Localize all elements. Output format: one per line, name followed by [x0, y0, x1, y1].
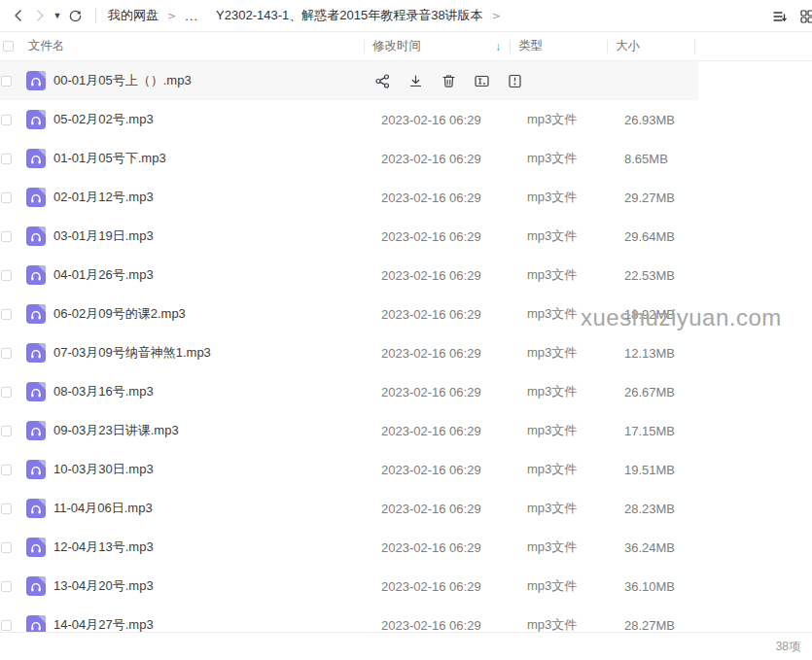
file-size: 22.53MB — [617, 268, 704, 283]
file-type: mp3文件 — [519, 111, 617, 128]
file-name[interactable]: 04-01月26号.mp3 — [53, 266, 373, 284]
file-row[interactable]: 06-02月09号的课2.mp3 2023-02-16 06:29 mp3文件 … — [0, 295, 812, 333]
table-header: 文件名 修改时间 ↓ 类型 大小 — [0, 32, 812, 61]
mp3-file-icon — [26, 265, 46, 285]
file-row[interactable]: 07-03月09号纳音神煞1.mp3 2023-02-16 06:29 mp3文… — [0, 333, 812, 372]
mp3-file-icon — [26, 149, 46, 168]
file-row[interactable]: 04-01月26号.mp3 2023-02-16 06:29 mp3文件 22.… — [0, 256, 812, 295]
mp3-file-icon — [26, 538, 46, 557]
column-header-size[interactable]: 大小 — [608, 32, 695, 60]
more-icon[interactable] — [507, 73, 523, 89]
file-size: 19.51MB — [617, 463, 704, 477]
grid-view-button[interactable] — [797, 7, 812, 26]
file-size: 17.15MB — [617, 424, 704, 438]
file-type: mp3文件 — [519, 227, 617, 245]
file-row[interactable]: 09-03月23日讲课.mp3 2023-02-16 06:29 mp3文件 1… — [0, 411, 812, 450]
file-row[interactable]: 12-04月13号.mp3 2023-02-16 06:29 mp3文件 36.… — [0, 528, 812, 567]
file-row[interactable]: 00-01月05号上（）.mp3 — [0, 61, 812, 100]
file-row[interactable]: 10-03月30日.mp3 2023-02-16 06:29 mp3文件 19.… — [0, 450, 812, 489]
file-modified: 2023-02-16 06:29 — [373, 385, 519, 399]
row-checkbox[interactable] — [1, 387, 12, 398]
file-type: mp3文件 — [519, 266, 617, 284]
breadcrumb-separator: > — [167, 10, 176, 22]
mp3-file-icon — [26, 576, 46, 596]
file-row[interactable]: 02-01月12号.mp3 2023-02-16 06:29 mp3文件 29.… — [0, 178, 812, 217]
row-checkbox[interactable] — [1, 154, 12, 164]
back-button[interactable] — [8, 5, 29, 26]
row-checkbox[interactable] — [1, 348, 12, 359]
sort-order-button[interactable] — [770, 7, 790, 26]
row-checkbox[interactable] — [1, 620, 12, 631]
column-header-name[interactable]: 文件名 — [0, 32, 365, 60]
file-size: 18.92MB — [617, 307, 704, 322]
file-name[interactable]: 03-01月19日.mp3 — [53, 227, 373, 245]
file-modified: 2023-02-16 06:29 — [373, 579, 519, 594]
file-size: 28.27MB — [617, 618, 704, 633]
file-name[interactable]: 06-02月09号的课2.mp3 — [53, 305, 373, 323]
row-checkbox[interactable] — [1, 581, 12, 592]
sort-descending-icon[interactable]: ↓ — [495, 40, 501, 53]
mp3-file-icon — [26, 226, 46, 246]
file-list: 00-01月05号上（）.mp3 — [0, 61, 812, 632]
file-modified: 2023-02-16 06:29 — [373, 502, 519, 516]
file-name[interactable]: 07-03月09号纳音神煞1.mp3 — [53, 344, 373, 362]
file-name[interactable]: 10-03月30日.mp3 — [53, 461, 373, 478]
file-name[interactable]: 14-04月27号.mp3 — [53, 616, 373, 632]
refresh-button[interactable] — [64, 5, 86, 26]
file-name[interactable]: 11-04月06日.mp3 — [53, 500, 373, 517]
file-name[interactable]: 08-03月16号.mp3 — [53, 383, 373, 400]
file-row[interactable]: 01-01月05号下.mp3 2023-02-16 06:29 mp3文件 8.… — [0, 139, 812, 178]
row-checkbox[interactable] — [1, 192, 12, 203]
row-checkbox[interactable] — [1, 426, 12, 436]
file-name[interactable]: 02-01月12号.mp3 — [53, 189, 373, 206]
file-row[interactable]: 05-02月02号.mp3 2023-02-16 06:29 mp3文件 26.… — [0, 100, 812, 139]
file-name[interactable]: 13-04月20号.mp3 — [53, 577, 373, 595]
grid-view-icon — [799, 9, 812, 24]
file-name[interactable]: 05-02月02号.mp3 — [53, 111, 373, 128]
breadcrumb-current-folder[interactable]: Y2302-143-1、解惑者2015年教程录音38讲版本 — [216, 7, 483, 24]
row-checkbox[interactable] — [1, 115, 12, 125]
sort-list-icon — [772, 9, 788, 24]
delete-icon[interactable] — [441, 73, 457, 89]
file-row[interactable]: 13-04月20号.mp3 2023-02-16 06:29 mp3文件 36.… — [0, 567, 812, 606]
file-type: mp3文件 — [519, 422, 617, 439]
row-checkbox[interactable] — [1, 465, 12, 475]
file-row[interactable]: 14-04月27号.mp3 2023-02-16 06:29 mp3文件 28.… — [0, 606, 812, 632]
file-row[interactable]: 03-01月19日.mp3 2023-02-16 06:29 mp3文件 29.… — [0, 217, 812, 256]
file-name[interactable]: 12-04月13号.mp3 — [53, 538, 373, 556]
row-checkbox[interactable] — [1, 309, 12, 320]
file-name[interactable]: 00-01月05号上（）.mp3 — [53, 72, 373, 89]
file-name[interactable]: 09-03月23日讲课.mp3 — [53, 422, 373, 439]
row-checkbox[interactable] — [1, 542, 12, 553]
mp3-file-icon — [26, 188, 46, 207]
forward-button[interactable] — [29, 5, 51, 26]
share-icon[interactable] — [374, 73, 391, 89]
file-modified: 2023-02-16 06:29 — [373, 540, 519, 555]
file-modified: 2023-02-16 06:29 — [373, 424, 519, 438]
column-header-modified[interactable]: 修改时间 ↓ — [365, 32, 511, 60]
download-icon[interactable] — [407, 73, 424, 89]
breadcrumb-separator: > — [492, 10, 501, 22]
rename-icon[interactable] — [474, 73, 490, 89]
file-name[interactable]: 01-01月05号下.mp3 — [53, 150, 373, 167]
row-checkbox[interactable] — [1, 504, 12, 514]
select-all-checkbox[interactable] — [3, 41, 14, 52]
file-row[interactable]: 08-03月16号.mp3 2023-02-16 06:29 mp3文件 26.… — [0, 372, 812, 411]
column-header-type[interactable]: 类型 — [511, 32, 608, 60]
column-label-name: 文件名 — [28, 38, 65, 54]
file-size: 29.64MB — [617, 229, 704, 244]
mp3-file-icon — [26, 71, 46, 90]
history-dropdown-button[interactable]: ▼ — [51, 5, 64, 26]
file-size: 28.23MB — [617, 502, 704, 516]
file-row[interactable]: 11-04月06日.mp3 2023-02-16 06:29 mp3文件 28.… — [0, 489, 812, 528]
breadcrumb-root[interactable]: 我的网盘 — [108, 7, 159, 24]
toolbar-divider — [95, 8, 96, 23]
row-checkbox[interactable] — [1, 270, 12, 281]
file-type: mp3文件 — [519, 577, 617, 595]
breadcrumb-ellipsis[interactable]: ... — [185, 9, 198, 23]
row-checkbox[interactable] — [1, 231, 12, 242]
file-size: 26.93MB — [617, 113, 704, 127]
column-label-modified: 修改时间 — [372, 38, 421, 54]
row-checkbox[interactable] — [1, 76, 12, 87]
file-size: 8.65MB — [617, 152, 704, 166]
